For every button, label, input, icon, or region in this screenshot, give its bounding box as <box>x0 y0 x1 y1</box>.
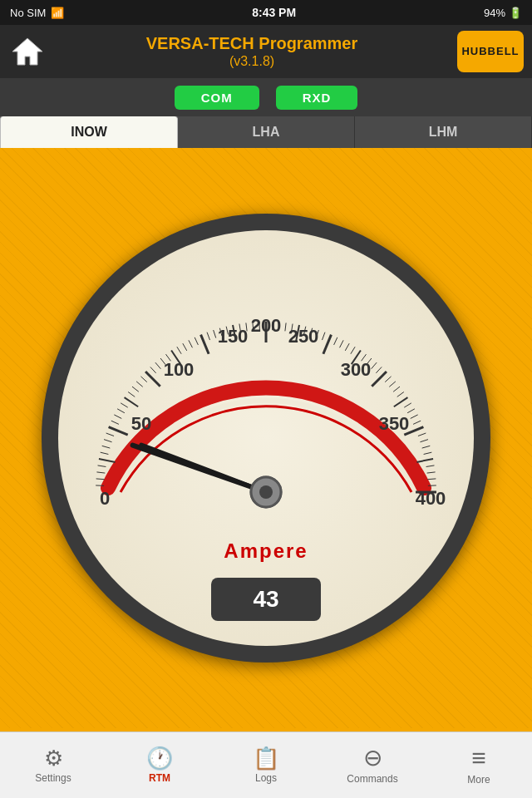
svg-line-67 <box>407 409 415 413</box>
svg-line-20 <box>145 372 160 387</box>
bottom-tab-commands[interactable]: ⊖ Commands <box>319 732 426 798</box>
svg-line-30 <box>201 335 209 354</box>
wifi-icon: 📶 <box>51 7 64 19</box>
svg-line-68 <box>411 415 418 419</box>
app-title: VERSA-TECH Programmer <box>47 33 457 53</box>
commands-label: Commands <box>347 773 397 785</box>
status-left: No SIM 📶 <box>10 7 64 19</box>
rtm-label: RTM <box>149 772 170 784</box>
svg-line-2 <box>96 479 105 480</box>
bottom-tab-rtm[interactable]: 🕐 RTM <box>106 732 213 798</box>
svg-line-15 <box>125 397 139 406</box>
status-right: 94% 🔋 <box>484 7 522 19</box>
svg-line-78 <box>427 479 436 480</box>
svg-line-6 <box>101 452 109 454</box>
home-button[interactable] <box>8 32 47 71</box>
svg-line-26 <box>177 347 181 354</box>
svg-line-75 <box>416 459 433 462</box>
svg-line-74 <box>424 452 432 454</box>
svg-line-4 <box>98 466 106 467</box>
bottom-tab-more[interactable]: ≡ More <box>426 732 532 798</box>
gauge-unit-label: Ampere <box>224 539 308 563</box>
svg-line-16 <box>128 392 135 397</box>
settings-icon: ⚙ <box>44 747 63 769</box>
svg-line-65 <box>394 397 408 406</box>
app-version: (v3.1.8) <box>47 53 457 69</box>
gauge-value: 43 <box>211 578 320 621</box>
svg-line-32 <box>214 330 216 338</box>
svg-text:250: 250 <box>288 326 319 347</box>
svg-line-60 <box>372 372 387 387</box>
svg-line-31 <box>207 332 209 340</box>
hubbell-logo: HUBBELL <box>457 31 524 72</box>
svg-line-22 <box>155 362 160 369</box>
logs-label: Logs <box>255 772 277 784</box>
gauge-container: 0 50 100 150 200 250 300 350 400 <box>42 214 490 663</box>
svg-line-62 <box>389 382 396 387</box>
svg-line-72 <box>420 440 428 442</box>
indicator-row: COM RXD <box>0 78 532 116</box>
svg-line-93 <box>133 446 266 492</box>
svg-line-77 <box>427 472 436 473</box>
header: VERSA-TECH Programmer (v3.1.8) HUBBELL <box>0 25 532 78</box>
svg-line-73 <box>422 446 431 448</box>
svg-text:150: 150 <box>218 326 249 347</box>
svg-line-58 <box>372 362 377 369</box>
commands-icon: ⊖ <box>363 746 382 770</box>
svg-line-13 <box>117 409 125 413</box>
svg-text:400: 400 <box>416 488 446 509</box>
rtm-icon: 🕐 <box>146 747 173 769</box>
bottom-tab-bar: ⚙ Settings 🕐 RTM 📋 Logs ⊖ Commands ≡ Mor… <box>0 732 532 798</box>
svg-line-28 <box>189 340 193 347</box>
svg-line-8 <box>104 440 112 442</box>
svg-text:350: 350 <box>379 413 410 434</box>
more-label: More <box>467 774 490 786</box>
bottom-tab-logs[interactable]: 📋 Logs <box>213 732 319 798</box>
svg-line-3 <box>96 472 105 473</box>
svg-line-43 <box>285 323 286 331</box>
battery-icon: 🔋 <box>509 7 522 19</box>
svg-line-5 <box>99 459 116 462</box>
svg-line-54 <box>351 347 355 354</box>
svg-line-66 <box>404 403 411 407</box>
svg-text:0: 0 <box>100 488 110 509</box>
logs-icon: 📋 <box>253 747 279 769</box>
rxd-indicator: RXD <box>276 86 358 110</box>
tab-lhm[interactable]: LHM <box>355 116 532 148</box>
svg-line-7 <box>102 446 111 448</box>
svg-line-10 <box>109 427 128 436</box>
svg-point-95 <box>259 485 273 499</box>
svg-text:300: 300 <box>341 359 372 380</box>
svg-line-61 <box>385 377 391 382</box>
com-indicator: COM <box>175 86 259 110</box>
bottom-tab-settings[interactable]: ⚙ Settings <box>0 732 106 798</box>
battery-label: 94% <box>484 7 505 19</box>
tab-bar: INOW LHA LHM <box>0 116 532 148</box>
svg-line-14 <box>121 403 128 407</box>
svg-line-12 <box>114 415 121 419</box>
main-content: 0 50 100 150 200 250 300 350 400 <box>0 148 532 728</box>
svg-line-19 <box>140 377 146 382</box>
svg-text:200: 200 <box>251 315 282 336</box>
svg-line-59 <box>376 367 382 372</box>
svg-text:100: 100 <box>164 359 195 380</box>
svg-line-17 <box>132 387 139 392</box>
svg-line-51 <box>334 337 337 345</box>
svg-line-21 <box>150 367 156 372</box>
tab-lha[interactable]: LHA <box>178 116 355 148</box>
svg-line-9 <box>106 433 114 436</box>
svg-line-50 <box>323 335 332 354</box>
svg-line-49 <box>322 332 324 340</box>
svg-line-76 <box>426 466 435 467</box>
svg-line-18 <box>136 382 143 387</box>
tab-inow[interactable]: INOW <box>0 116 178 148</box>
settings-label: Settings <box>35 772 71 784</box>
header-title-block: VERSA-TECH Programmer (v3.1.8) <box>47 33 457 69</box>
svg-line-53 <box>345 343 349 351</box>
carrier-label: No SIM <box>10 7 46 19</box>
svg-line-64 <box>397 392 404 397</box>
more-icon: ≡ <box>471 746 486 771</box>
svg-line-11 <box>111 421 119 424</box>
status-bar: No SIM 📶 8:43 PM 94% 🔋 <box>0 0 532 25</box>
svg-line-71 <box>418 433 426 436</box>
